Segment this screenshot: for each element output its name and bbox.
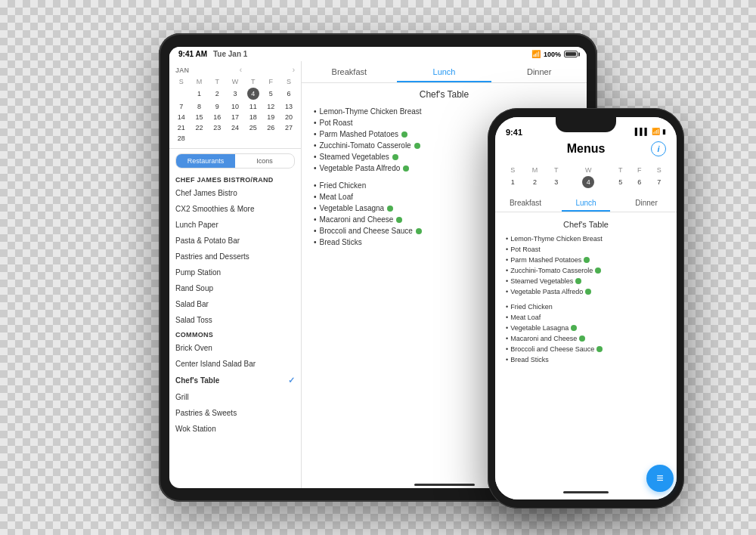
iphone-item-label: Zucchini-Tomato Casserole: [510, 267, 593, 274]
cal-cell[interactable]: [280, 133, 298, 144]
cal-cell[interactable]: 18: [244, 112, 262, 122]
iphone-item-label: Fried Chicken: [510, 303, 553, 311]
cal-cell[interactable]: [208, 133, 226, 144]
cal-cell[interactable]: 7: [172, 101, 191, 112]
sidebar-item-wok[interactable]: Wok Station: [169, 421, 301, 437]
sidebar-item-chef-james[interactable]: Chef James Bistro: [169, 185, 301, 201]
cal-nav-prev[interactable]: ‹: [240, 66, 242, 74]
iphone-menu-item: Meat Loaf: [506, 312, 666, 323]
iphone-menu-item: Zucchini-Tomato Casserole: [506, 265, 666, 276]
sidebar-item-chefs-table[interactable]: Chef's Table ✓: [169, 372, 301, 389]
iphone-menu-item: Steamed Vegetables: [506, 276, 666, 286]
ipad-status-left: 9:41 AM Tue Jan 1: [178, 50, 247, 58]
cal-cell[interactable]: 5: [262, 86, 280, 101]
cal-cell[interactable]: 1: [191, 86, 209, 101]
cal-cell[interactable]: 19: [262, 112, 280, 122]
cal-day-fri: F: [262, 77, 280, 86]
allergen-dot-green: [416, 228, 422, 234]
sidebar-item-lunch-paper[interactable]: Lunch Paper: [169, 217, 301, 233]
cal-cell[interactable]: [172, 86, 191, 101]
ical-day-tue: T: [547, 165, 565, 175]
cal-cell[interactable]: 6: [280, 86, 298, 101]
cal-cell[interactable]: 11: [244, 101, 262, 112]
cal-cell[interactable]: 16: [208, 112, 226, 122]
iphone-cal-grid: S M T W T F S 1 2 3: [503, 165, 669, 190]
cal-cell-today[interactable]: 4: [244, 86, 262, 101]
cal-cell[interactable]: 28: [172, 133, 191, 144]
cal-cell[interactable]: 25: [244, 122, 262, 133]
cal-day-tue: T: [208, 77, 226, 86]
allergen-dot-green: [387, 206, 393, 212]
menu-item-label: Pot Roast: [320, 119, 353, 127]
cal-cell[interactable]: 23: [208, 122, 226, 133]
cal-cell[interactable]: 12: [262, 101, 280, 112]
cal-cell[interactable]: 9: [208, 101, 226, 112]
ical-cell[interactable]: 2: [523, 175, 547, 190]
iphone-signal-icon: ▌▌▌: [635, 128, 649, 135]
cal-cell[interactable]: [262, 133, 280, 144]
ipad-tab-lunch[interactable]: Lunch: [397, 61, 492, 82]
iphone-menu-item: Vegetable Pasta Alfredo: [506, 286, 666, 297]
sidebar-item-brick-oven[interactable]: Brick Oven: [169, 340, 301, 356]
ical-cell[interactable]: 3: [547, 175, 565, 190]
cal-cell[interactable]: 2: [208, 86, 226, 101]
ipad-tab-breakfast[interactable]: Breakfast: [302, 61, 397, 82]
sidebar-toggle[interactable]: Restaurants Icons: [175, 153, 295, 169]
iphone-item-label: Broccoli and Cheese Sauce: [510, 345, 594, 353]
sidebar-item-salad-toss[interactable]: Salad Toss: [169, 312, 301, 328]
home-indicator: [414, 484, 475, 486]
ical-day-sat: S: [649, 165, 669, 175]
ical-cell[interactable]: 5: [611, 175, 630, 190]
cal-cell[interactable]: 10: [226, 101, 244, 112]
ical-cell-today[interactable]: 4: [565, 175, 611, 190]
toggle-icons[interactable]: Icons: [235, 154, 294, 168]
iphone-tab-breakfast[interactable]: Breakfast: [495, 194, 556, 212]
ical-cell[interactable]: 6: [630, 175, 649, 190]
cal-cell[interactable]: 3: [226, 86, 244, 101]
sidebar-item-pastries-sweets[interactable]: Pastries & Sweets: [169, 405, 301, 421]
cal-cell[interactable]: 27: [280, 122, 298, 133]
sidebar-item-center-island[interactable]: Center Island Salad Bar: [169, 356, 301, 372]
cal-cell[interactable]: 26: [262, 122, 280, 133]
cal-cell[interactable]: 20: [280, 112, 298, 122]
ipad-tab-dinner[interactable]: Dinner: [491, 61, 587, 82]
cal-cell[interactable]: 17: [226, 112, 244, 122]
ipad-sidebar: JAN ‹ › S M T W T: [169, 61, 302, 488]
cal-cell[interactable]: 22: [191, 122, 209, 133]
ical-cell[interactable]: 1: [503, 175, 523, 190]
cal-cell[interactable]: 8: [191, 101, 209, 112]
fab-button[interactable]: ≡: [646, 465, 674, 492]
sidebar-item-grill[interactable]: Grill: [169, 389, 301, 405]
ical-day-sun: S: [503, 165, 523, 175]
cal-cell[interactable]: 13: [280, 101, 298, 112]
cal-cell[interactable]: [226, 133, 244, 144]
menu-item-label: Fried Chicken: [320, 181, 367, 190]
cal-cell[interactable]: 14: [172, 112, 191, 122]
sidebar-item-cx2[interactable]: CX2 Smoothies & More: [169, 201, 301, 217]
sidebar-item-pump[interactable]: Pump Station: [169, 264, 301, 280]
iphone-tab-dinner[interactable]: Dinner: [616, 194, 677, 212]
sidebar-item-pastries-desserts[interactable]: Pastries and Desserts: [169, 249, 301, 264]
iphone-tab-lunch[interactable]: Lunch: [556, 194, 616, 212]
iphone-item-label: Pot Roast: [510, 246, 541, 253]
info-button[interactable]: i: [651, 141, 666, 156]
toggle-restaurants[interactable]: Restaurants: [176, 154, 235, 168]
cal-cell[interactable]: 15: [191, 112, 209, 122]
cal-month-label: JAN: [175, 66, 189, 74]
cal-nav-next[interactable]: ›: [293, 66, 295, 74]
iphone-section-title: Chef's Table: [506, 217, 666, 233]
ical-cell[interactable]: 7: [649, 175, 669, 190]
iphone-item-label: Bread Sticks: [510, 356, 549, 363]
cal-cell[interactable]: [191, 133, 209, 144]
iphone-item-label: Macaroni and Cheese: [510, 335, 577, 342]
sidebar-item-pasta[interactable]: Pasta & Potato Bar: [169, 233, 301, 249]
cal-cell[interactable]: 21: [172, 122, 191, 133]
cal-cell[interactable]: 24: [226, 122, 244, 133]
menu-item-label: Lemon-Thyme Chicken Breast: [320, 107, 422, 116]
cal-cell[interactable]: [244, 133, 262, 144]
sidebar-item-rand-soup[interactable]: Rand Soup: [169, 280, 301, 296]
cal-day-sat: S: [280, 77, 298, 86]
iphone-menu-item: Bread Sticks: [506, 354, 666, 365]
sidebar-item-salad-bar[interactable]: Salad Bar: [169, 296, 301, 312]
sidebar-scroll[interactable]: CHEF JAMES BISTRO/RAND Chef James Bistro…: [169, 173, 301, 488]
